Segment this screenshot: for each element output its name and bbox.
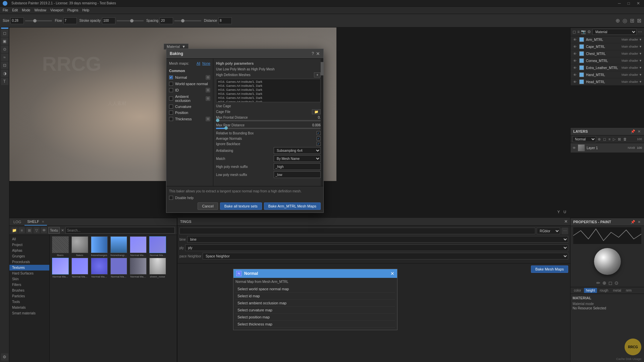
shelf-item-normal7[interactable]: Normal Ma... — [129, 258, 147, 278]
shelf-nav-particles[interactable]: Particles — [9, 293, 49, 299]
disable-help-checkbox[interactable] — [169, 196, 173, 200]
mesh-maps-all[interactable]: All — [197, 62, 200, 65]
toolbar-icon-2[interactable]: ◎ — [623, 17, 627, 24]
minimize-btn[interactable]: ─ — [616, 1, 622, 6]
map-normal-settings[interactable]: ⚙ — [206, 75, 210, 80]
menu-file[interactable]: File — [3, 8, 8, 12]
map-ambient-occlusion[interactable]: Ambient occlusion ⚙ — [166, 94, 213, 104]
prop-tab-height[interactable]: height — [584, 288, 597, 293]
map-position[interactable]: Position — [166, 110, 213, 116]
menu-plugins[interactable]: Plugins — [67, 8, 78, 12]
shelf-nav-materials[interactable]: Materials — [9, 305, 49, 310]
bake-all-button[interactable]: Bake all texture sets — [220, 202, 262, 210]
stroke-opacity-input[interactable] — [102, 17, 115, 24]
normal-option-3[interactable]: Select curvature map — [235, 307, 395, 314]
bine-select[interactable]: bine — [187, 236, 568, 243]
ignore-backface-checkbox[interactable] — [317, 142, 321, 146]
close-btn[interactable]: ✕ — [635, 1, 641, 6]
menu-help[interactable]: Help — [83, 8, 90, 12]
dialog-scrollbar-thumb[interactable] — [321, 62, 323, 75]
normal-option-1[interactable]: Select id map — [235, 293, 395, 300]
combine-input[interactable] — [179, 228, 535, 234]
ts-item-hand[interactable]: 👁 Hand_MTRL Main shader ▼ — [571, 71, 644, 78]
tool-smudge[interactable]: ≈ — [1, 54, 8, 61]
prop-tool-3[interactable]: ◻ — [608, 280, 612, 286]
ts-cape-eye[interactable]: 👁 — [573, 44, 577, 49]
menu-mode[interactable]: Mode — [22, 8, 30, 12]
map-thickness[interactable]: Thickness ⚙ — [166, 116, 213, 122]
tool-erase[interactable]: ◻ — [1, 29, 8, 37]
ts-material-select[interactable]: Material — [592, 29, 637, 35]
cage-file-browse[interactable]: 📁 — [312, 109, 321, 114]
shelf-nav-smart-materials[interactable]: Smart materials — [9, 310, 49, 316]
map-thick-settings[interactable]: ⚙ — [206, 117, 210, 121]
mesh-maps-none[interactable]: None — [202, 62, 210, 65]
menu-window[interactable]: Window — [34, 8, 46, 12]
map-id[interactable]: ID ⚙ — [166, 87, 213, 94]
shelf-tab-close[interactable]: ✕ — [42, 220, 44, 224]
shelf-nav-project[interactable]: Project — [9, 242, 49, 248]
shelf-nav-tools[interactable]: Tools — [9, 299, 49, 305]
layers-tool-3[interactable]: ≡ — [608, 137, 611, 141]
hd-mesh-5[interactable]: H/16. Games Art Institute/1. Dark — [217, 100, 320, 102]
toolbar-icon-4[interactable]: ⊠ — [637, 17, 641, 24]
shelf-nav-hard-surfaces[interactable]: Hard Surfaces — [9, 270, 49, 276]
tool-text[interactable]: T — [1, 78, 8, 85]
ts-item-chest[interactable]: 👁 Chest_MTRL Main shader ▼ — [571, 50, 644, 57]
space-neighbor-select[interactable]: Space Neighbor — [203, 253, 568, 259]
shelf-item-flakes[interactable]: flakes — [70, 236, 89, 257]
frontal-slider[interactable] — [216, 120, 321, 121]
layers-mode-select[interactable]: Normal — [573, 136, 596, 142]
hd-mesh-0[interactable]: H/16. Games Art Institute/1. Dark — [217, 80, 320, 84]
ts-more-icon[interactable]: ⋯ — [638, 29, 642, 34]
layers-tool-4[interactable]: ▷ — [612, 137, 616, 141]
distance-input[interactable] — [218, 17, 232, 24]
layers-tool-2[interactable]: ◻ — [602, 137, 607, 141]
map-ao-checkbox[interactable] — [169, 97, 173, 101]
shelf-item-normal4[interactable]: Normal Ma... — [70, 258, 89, 278]
shelf-tab[interactable]: SHELF ✕ — [24, 218, 47, 226]
dialog-help-icon[interactable]: ? — [312, 51, 314, 56]
layers-close-icon[interactable]: ✕ — [637, 129, 641, 134]
ts-item-cape[interactable]: 👁 Cape_MTRL Main shader ▼ — [571, 43, 644, 50]
map-thick-checkbox[interactable] — [169, 117, 173, 121]
shelf-item-sheen[interactable]: sheen_noise — [148, 258, 167, 278]
prop-tool-1[interactable]: ✏ — [596, 280, 600, 286]
ts-head-eye[interactable]: 👁 — [573, 79, 577, 84]
rgb-select[interactable]: RGblor — [537, 228, 560, 234]
tool-select[interactable]: ⊡ — [1, 62, 8, 69]
stroke-opacity-slider[interactable] — [117, 20, 144, 21]
hd-mesh-1[interactable]: H/16. Games Art Institute/1. Dark — [217, 84, 320, 88]
bake-arm-button[interactable]: Bake Arm_MTRL Mesh Maps — [264, 202, 321, 210]
hd-mesh-4[interactable]: H/16. Games Art Institute/1. Dark — [217, 96, 320, 100]
shelf-item-fresnel1[interactable]: fresnelranges — [90, 236, 108, 257]
tool-mask[interactable]: ◑ — [1, 70, 8, 77]
normal-option-0[interactable]: Select world space normal map — [235, 286, 395, 293]
prop-tool-2[interactable]: ⊕ — [602, 280, 606, 286]
shelf-item-fresnel2[interactable]: fresnelrangi... — [109, 236, 128, 257]
shelf-item-normal2[interactable]: Normal Ma... — [148, 236, 167, 257]
ts-item-extra[interactable]: 👁 Extra_Leather_MTRL Main shader ▼ — [571, 64, 644, 71]
shelf-eye-icon[interactable]: 👁 — [41, 227, 47, 233]
properties-close-icon[interactable]: ✕ — [637, 220, 641, 224]
ts-camera-icon[interactable]: 📷 — [581, 29, 586, 34]
hd-meshes-list[interactable]: H/16. Games Art Institute/1. Dark H/16. … — [216, 79, 321, 102]
map-curv-checkbox[interactable] — [169, 105, 173, 109]
shelf-item-normal1[interactable]: Normal Ma... — [129, 236, 147, 257]
average-normals-checkbox[interactable] — [317, 136, 321, 140]
spacing-input[interactable] — [160, 17, 173, 24]
shelf-list-icon[interactable]: ≡ — [19, 227, 25, 233]
maximize-btn[interactable]: □ — [626, 1, 631, 6]
menu-edit[interactable]: Edit — [12, 8, 18, 12]
tool-settings[interactable]: ⚙ — [1, 353, 8, 361]
dialog-scrollbar[interactable] — [321, 59, 323, 186]
hd-meshes-add-btn[interactable]: + — [314, 72, 321, 77]
shelf-nav-skin[interactable]: Skin — [9, 276, 49, 282]
shelf-close-search[interactable]: ✕ — [61, 228, 64, 233]
ts-view-icon[interactable]: ◻ — [573, 29, 576, 34]
prop-tab-nrm[interactable]: nrm — [624, 288, 634, 293]
ts-extra-eye[interactable]: 👁 — [573, 65, 577, 70]
antialiasing-select[interactable]: Subsampling 4x4 Subsampling 2x2 None — [274, 147, 321, 154]
shelf-item-normal6[interactable]: Normal Ma... — [109, 258, 128, 278]
dialog-close-icon[interactable]: ✕ — [316, 51, 320, 56]
